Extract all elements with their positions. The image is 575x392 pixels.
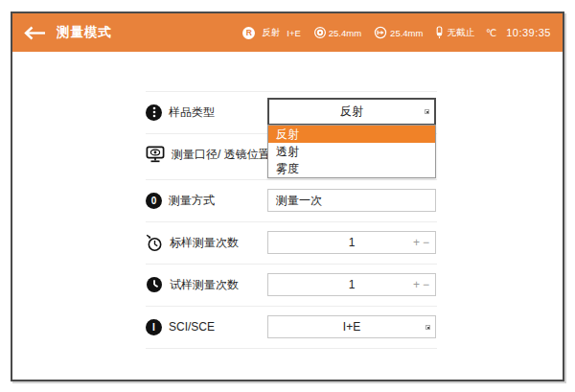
- row-sci-sce: I SCI/SCE: [146, 306, 270, 348]
- measure-method-field[interactable]: 测量一次: [267, 189, 436, 212]
- sci-sce-value: I+E: [343, 320, 360, 334]
- measure-method-value: 测量一次: [276, 194, 322, 207]
- back-arrow-icon: [24, 26, 46, 40]
- sample-type-dropdown: 反射 透射 雾度: [267, 125, 436, 178]
- timer-icon: [146, 234, 163, 252]
- header-bar: 测量模式 R 反射 I+E 25.4mm: [12, 13, 563, 52]
- row-aperture-lens: 测量口径/ 透镜位置: [146, 133, 270, 175]
- zero-badge-icon: 0: [146, 193, 162, 209]
- back-button[interactable]: [24, 26, 46, 40]
- minus-button[interactable]: −: [423, 274, 429, 295]
- sample-count-field[interactable]: 1 + −: [267, 273, 436, 296]
- plus-button[interactable]: +: [413, 232, 420, 253]
- status-mode-label: 反射: [262, 27, 280, 39]
- status-uv: 无截止: [435, 26, 474, 39]
- aperture-eye-icon: [146, 146, 165, 163]
- sample-type-label: 样品类型: [169, 104, 215, 121]
- status-lens-value: 25.4mm: [390, 28, 423, 38]
- aperture-circle-icon: [313, 26, 327, 39]
- standard-count-label: 标样测量次数: [170, 235, 239, 251]
- aperture-lens-label: 测量口径/ 透镜位置: [172, 147, 270, 163]
- dropdown-indicator-icon: [426, 325, 430, 330]
- device-frame: 测量模式 R 反射 I+E 25.4mm: [11, 12, 564, 381]
- sci-sce-label: SCI/SCE: [169, 320, 215, 334]
- minus-button[interactable]: −: [423, 232, 429, 253]
- page-title: 测量模式: [57, 24, 112, 41]
- status-mode: R 反射 I+E: [242, 27, 301, 39]
- reflectance-badge-icon: R: [242, 27, 255, 39]
- lens-arrow-circle-icon: [374, 26, 387, 39]
- standard-count-value: 1: [349, 236, 356, 249]
- status-uv-label: 无截止: [447, 27, 474, 39]
- row-standard-count: 标样测量次数: [146, 221, 270, 264]
- sample-type-value: 反射: [340, 104, 363, 118]
- dropdown-option-haze[interactable]: 雾度: [268, 160, 435, 177]
- measure-method-label: 测量方式: [169, 193, 215, 209]
- sci-sce-select[interactable]: I+E: [267, 315, 436, 338]
- status-lens: 25.4mm: [374, 26, 423, 39]
- dropdown-option-reflectance[interactable]: 反射: [268, 126, 435, 143]
- row-sample-count: 试样测量次数: [146, 264, 270, 306]
- sample-type-select[interactable]: 反射: [267, 98, 436, 126]
- plus-button[interactable]: +: [413, 274, 420, 295]
- status-temp-unit: ℃: [486, 28, 496, 38]
- dropdown-option-transmittance[interactable]: 透射: [268, 143, 435, 160]
- status-sci-sce: I+E: [287, 28, 301, 38]
- status-clock: 10:39:35: [506, 27, 551, 38]
- dropdown-indicator-icon: [425, 109, 429, 114]
- standard-count-stepper: + −: [413, 232, 429, 253]
- sample-count-value: 1: [349, 278, 356, 291]
- divider: [146, 348, 437, 349]
- clock-icon: [146, 276, 163, 293]
- status-aperture: 25.4mm: [313, 26, 361, 39]
- row-measure-method: 0 测量方式: [146, 179, 270, 221]
- sample-count-stepper: + −: [413, 274, 429, 295]
- kebab-menu-icon: [146, 104, 162, 121]
- i-badge-icon: I: [146, 319, 162, 335]
- row-sample-type: 样品类型: [146, 91, 270, 133]
- sample-count-label: 试样测量次数: [170, 277, 239, 293]
- standard-count-field[interactable]: 1 + −: [267, 231, 436, 254]
- status-aperture-value: 25.4mm: [329, 28, 361, 38]
- status-bar: R 反射 I+E 25.4mm 25.4mm: [242, 26, 551, 39]
- uv-lamp-icon: [435, 26, 444, 39]
